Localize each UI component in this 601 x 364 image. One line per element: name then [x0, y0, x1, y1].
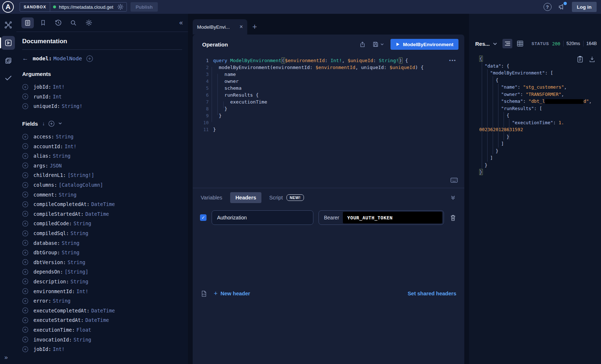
add-field-icon[interactable]: [22, 346, 28, 352]
add-field-icon[interactable]: [22, 230, 28, 236]
add-field-icon[interactable]: [22, 336, 28, 343]
add-field-icon[interactable]: [22, 211, 28, 217]
field-type[interactable]: String: [73, 337, 91, 343]
add-field-icon[interactable]: [22, 221, 28, 227]
collapse-panel-icon[interactable]: «: [179, 19, 183, 27]
run-operation-button[interactable]: ModelByEnvironment: [390, 39, 458, 50]
field-type[interactable]: DateTime: [85, 211, 109, 217]
field-type[interactable]: String: [71, 279, 88, 284]
delete-header-icon[interactable]: [449, 214, 457, 221]
field-type[interactable]: String: [68, 259, 85, 265]
fields-menu-chevron-icon[interactable]: [58, 121, 62, 126]
set-shared-headers-link[interactable]: Set shared headers: [408, 291, 456, 296]
back-arrow-icon[interactable]: ←: [22, 55, 28, 62]
response-dropdown-chevron-icon[interactable]: [493, 41, 497, 46]
add-field-icon[interactable]: [22, 278, 28, 284]
add-field-icon[interactable]: [22, 317, 28, 323]
field-type[interactable]: Int!: [53, 346, 65, 352]
tab-headers[interactable]: Headers: [230, 192, 261, 203]
apollo-logo-icon[interactable]: A: [2, 1, 14, 13]
login-button[interactable]: Log in: [572, 2, 597, 12]
tab-script[interactable]: Script: [269, 195, 283, 201]
add-field-icon[interactable]: [22, 327, 28, 333]
saved-operations-bookmark-icon[interactable]: [37, 17, 49, 28]
expand-rail-icon[interactable]: »: [0, 354, 8, 361]
auth-token-chip[interactable]: YOUR_AUTH_TOKEN: [343, 212, 442, 223]
collapse-footer-icon[interactable]: [450, 194, 456, 201]
publish-button[interactable]: Publish: [131, 2, 158, 12]
field-type[interactable]: [String!]: [68, 172, 94, 178]
keyboard-shortcuts-icon[interactable]: [450, 178, 458, 184]
add-field-icon[interactable]: [22, 250, 28, 256]
add-argument-icon[interactable]: [22, 103, 28, 109]
new-header-button[interactable]: +New header: [214, 290, 250, 298]
editor-more-menu[interactable]: •••: [449, 58, 456, 63]
operation-tab[interactable]: ModelByEnvi... ×: [193, 19, 247, 35]
add-field-icon[interactable]: [22, 307, 28, 314]
add-field-icon[interactable]: [22, 182, 28, 188]
checklist-icon[interactable]: [1, 72, 15, 84]
add-field-icon[interactable]: [22, 134, 28, 140]
field-type[interactable]: DateTime: [91, 201, 115, 207]
add-field-icon[interactable]: [22, 153, 28, 159]
field-type[interactable]: Int!: [65, 143, 77, 149]
field-type[interactable]: [String]: [65, 269, 88, 275]
add-argument-icon[interactable]: [22, 93, 28, 100]
breadcrumb-type-link[interactable]: ModelNode: [53, 56, 82, 61]
announcements-icon[interactable]: [557, 3, 565, 11]
explorer-play-icon[interactable]: [1, 36, 15, 50]
documentation-tab-icon[interactable]: [21, 17, 34, 28]
field-type[interactable]: String: [53, 298, 71, 304]
add-fields-icon[interactable]: [48, 121, 55, 127]
add-field-icon[interactable]: [22, 201, 28, 207]
field-type[interactable]: String: [59, 192, 77, 198]
response-dropdown-label[interactable]: Res...: [475, 41, 490, 47]
argument-type[interactable]: Int: [53, 94, 61, 100]
table-view-icon[interactable]: [515, 39, 525, 48]
environment-variables-icon[interactable]: [201, 290, 207, 297]
download-response-icon[interactable]: [589, 56, 595, 64]
add-field-icon[interactable]: [22, 288, 28, 294]
header-enabled-checkbox[interactable]: ✓: [200, 214, 207, 221]
add-field-icon[interactable]: [22, 162, 28, 169]
explorer-settings-gear-icon[interactable]: [83, 17, 95, 28]
add-field-icon[interactable]: [22, 191, 28, 198]
field-type[interactable]: String: [62, 250, 80, 255]
field-type[interactable]: String: [71, 230, 88, 236]
sandbox-operations-icon[interactable]: [1, 54, 15, 67]
sort-fields-icon[interactable]: ↓: [42, 121, 45, 126]
endpoint-settings-gear-icon[interactable]: [117, 4, 124, 10]
help-icon[interactable]: ?: [544, 3, 552, 11]
copy-response-icon[interactable]: [577, 56, 583, 64]
argument-type[interactable]: String!: [62, 103, 83, 109]
endpoint-url-box[interactable]: https://metadata.cloud.get: [50, 3, 127, 11]
header-value-field[interactable]: Bearer YOUR_AUTH_TOKEN: [318, 210, 444, 225]
field-type[interactable]: [CatalogColumn]: [59, 182, 103, 188]
add-argument-icon[interactable]: [22, 84, 28, 90]
schema-graph-icon[interactable]: [1, 19, 15, 31]
add-field-icon[interactable]: [22, 269, 28, 275]
editor-code[interactable]: query ModelByEnvironment($environmentId:…: [213, 57, 464, 133]
history-icon[interactable]: [52, 17, 64, 28]
close-tab-icon[interactable]: ×: [240, 24, 243, 30]
tab-variables[interactable]: Variables: [201, 195, 222, 201]
share-operation-icon[interactable]: [359, 41, 366, 48]
field-type[interactable]: String: [73, 221, 91, 226]
field-type[interactable]: Int!: [76, 288, 88, 294]
add-all-fields-icon[interactable]: [86, 55, 93, 62]
header-name-input[interactable]: [212, 210, 313, 225]
endpoint-url-input[interactable]: https://metadata.cloud.get: [59, 4, 114, 10]
field-type[interactable]: Float: [76, 327, 91, 333]
field-type[interactable]: String: [56, 134, 73, 139]
add-field-icon[interactable]: [22, 240, 28, 246]
query-editor[interactable]: 1234567891011 query ModelByEnvironment($…: [193, 54, 464, 188]
field-type[interactable]: String: [62, 240, 80, 246]
add-field-icon[interactable]: [22, 259, 28, 265]
field-type[interactable]: JSON: [50, 163, 62, 169]
field-type[interactable]: String: [53, 153, 71, 159]
add-field-icon[interactable]: [22, 172, 28, 178]
new-tab-icon[interactable]: +: [252, 22, 257, 32]
argument-type[interactable]: Int!: [53, 84, 65, 90]
save-operation-icon[interactable]: [372, 41, 384, 48]
field-type[interactable]: DateTime: [85, 317, 109, 323]
